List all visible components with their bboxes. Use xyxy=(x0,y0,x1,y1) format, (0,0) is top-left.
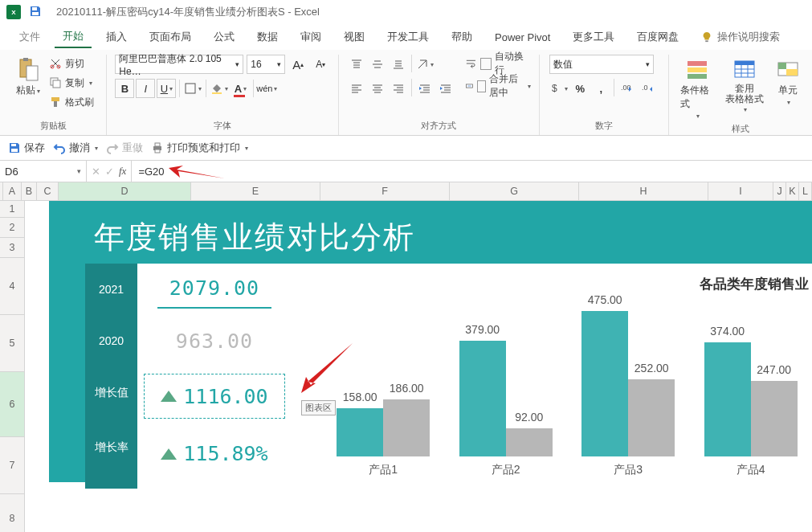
cell-label: 单元 xyxy=(778,84,798,97)
bar-series-b[interactable] xyxy=(506,428,553,456)
align-right-button[interactable] xyxy=(389,79,408,98)
row-header-3[interactable]: 3 xyxy=(0,238,24,258)
tab-view[interactable]: 视图 xyxy=(336,27,373,47)
indent-inc-button[interactable] xyxy=(436,79,455,98)
border-button[interactable] xyxy=(183,79,202,98)
wrap-text-button[interactable]: 自动换行 xyxy=(465,55,530,72)
bar-series-a[interactable] xyxy=(581,311,628,456)
enter-fx-button[interactable]: ✓ xyxy=(105,166,114,178)
col-header-B[interactable]: B xyxy=(22,182,37,200)
up-triangle-icon xyxy=(161,448,177,460)
decrease-font-button[interactable]: A▾ xyxy=(311,55,330,74)
bar-series-a[interactable] xyxy=(459,341,506,456)
cond-format-button[interactable]: 条件格式 xyxy=(677,55,717,121)
percent-button[interactable]: % xyxy=(570,79,590,98)
col-header-K[interactable]: K xyxy=(786,182,799,200)
font-size-combo[interactable]: 16▾ xyxy=(247,55,285,74)
formula-bar[interactable]: =G20 xyxy=(132,161,812,182)
name-box[interactable]: D6 ▾ xyxy=(0,161,87,182)
worksheet[interactable]: 年度销售业绩对比分析 2021 2020 增长值 增长率 2079.00 963… xyxy=(25,201,812,532)
bar-value-a: 374.00 xyxy=(704,325,751,338)
tab-help[interactable]: 帮助 xyxy=(443,27,480,47)
cancel-fx-button[interactable]: ✕ xyxy=(92,166,100,178)
bar-value-b: 252.00 xyxy=(628,362,675,374)
tab-file[interactable]: 文件 xyxy=(11,27,48,47)
tab-data[interactable]: 数据 xyxy=(249,27,286,47)
cell-style-button[interactable]: 单元 xyxy=(772,55,804,108)
row-header-5[interactable]: 5 xyxy=(0,315,24,372)
underline-button[interactable]: U xyxy=(157,79,176,98)
comma-button[interactable]: , xyxy=(591,79,610,98)
increase-font-button[interactable]: A▴ xyxy=(288,55,308,74)
tab-formulas[interactable]: 公式 xyxy=(206,27,243,47)
accounting-button[interactable]: $ xyxy=(549,79,569,98)
number-format-combo[interactable]: 数值▾ xyxy=(549,55,654,74)
bar-series-a[interactable] xyxy=(704,342,751,456)
bar-series-b[interactable] xyxy=(751,381,798,456)
col-header-I[interactable]: I xyxy=(708,182,773,200)
bar-value-b: 92.00 xyxy=(506,411,553,424)
row-header-2[interactable]: 2 xyxy=(0,218,24,238)
align-left-button[interactable] xyxy=(347,79,366,98)
copy-button[interactable]: 复制 xyxy=(49,74,94,92)
col-header-C[interactable]: C xyxy=(37,182,59,200)
redo-button[interactable]: 重做 xyxy=(106,141,143,155)
col-header-D[interactable]: D xyxy=(59,182,191,200)
tab-pivot[interactable]: Power Pivot xyxy=(487,28,558,47)
tab-layout[interactable]: 页面布局 xyxy=(141,27,199,47)
fx-icon[interactable]: fx xyxy=(119,165,126,178)
col-header-F[interactable]: F xyxy=(320,182,450,200)
fill-color-button[interactable] xyxy=(210,79,229,98)
phonetic-button[interactable]: wén xyxy=(257,79,276,98)
tab-baidu[interactable]: 百度网盘 xyxy=(629,27,687,47)
col-header-L[interactable]: L xyxy=(799,182,812,200)
print-preview-button[interactable]: 打印预览和打印 xyxy=(151,141,248,155)
cut-button[interactable]: 剪切 xyxy=(49,55,94,72)
svg-rect-22 xyxy=(735,61,754,65)
save-qat-icon[interactable] xyxy=(29,5,42,20)
align-middle-button[interactable] xyxy=(368,55,387,74)
font-color-button[interactable]: A xyxy=(231,79,250,98)
format-painter-button[interactable]: 格式刷 xyxy=(49,93,94,111)
paste-button[interactable]: 粘贴 xyxy=(12,55,44,99)
inc-decimal-button[interactable]: .00 xyxy=(618,79,637,98)
tab-home[interactable]: 开始 xyxy=(55,26,92,48)
table-label: 套用 表格格式 xyxy=(725,84,764,104)
tab-more[interactable]: 更多工具 xyxy=(565,27,622,47)
row-header-1[interactable]: 1 xyxy=(0,201,24,218)
save-button[interactable]: 保存 xyxy=(8,141,45,155)
tab-dev[interactable]: 开发工具 xyxy=(379,27,437,47)
row-header-8[interactable]: 8 xyxy=(0,494,24,532)
bar-series-b[interactable] xyxy=(383,399,430,456)
italic-button[interactable]: I xyxy=(136,79,155,98)
row-header-4[interactable]: 4 xyxy=(0,258,24,315)
col-header-E[interactable]: E xyxy=(191,182,320,200)
bold-button[interactable]: B xyxy=(115,79,134,98)
col-header-G[interactable]: G xyxy=(450,182,579,200)
col-header-A[interactable]: A xyxy=(3,182,22,200)
align-top-button[interactable] xyxy=(347,55,366,74)
row-header-6[interactable]: 6 xyxy=(0,372,24,437)
tab-review[interactable]: 审阅 xyxy=(292,27,329,47)
print-label: 打印预览和打印 xyxy=(167,141,240,155)
dec-decimal-button[interactable]: .0 xyxy=(639,79,658,98)
bar-series-b[interactable] xyxy=(628,379,675,456)
undo-button[interactable]: 撤消 xyxy=(53,141,98,155)
chart-area[interactable]: 各品类年度销售业 图表区 158.00186.00产品1379.0092.00产… xyxy=(290,264,812,489)
row-header-7[interactable]: 7 xyxy=(0,437,24,494)
orientation-button[interactable] xyxy=(415,55,435,74)
svg-rect-26 xyxy=(11,144,16,146)
align-center-button[interactable] xyxy=(368,79,387,98)
table-format-button[interactable]: 套用 表格格式 xyxy=(722,55,767,115)
col-header-J[interactable]: J xyxy=(773,182,786,200)
align-bottom-button[interactable] xyxy=(389,55,408,74)
bar-series-a[interactable] xyxy=(337,408,383,456)
col-header-H[interactable]: H xyxy=(579,182,708,200)
tab-insert[interactable]: 插入 xyxy=(98,27,135,47)
selected-cell-d6[interactable]: 1116.00 xyxy=(144,374,285,419)
font-name-combo[interactable]: 阿里巴巴普惠体 2.0 105 He…▾ xyxy=(115,55,243,74)
tell-me[interactable]: 操作说明搜索 xyxy=(701,30,780,44)
merge-center-button[interactable]: 合并后居中 xyxy=(465,77,530,95)
name-box-dropdown-icon[interactable]: ▾ xyxy=(77,167,81,175)
indent-dec-button[interactable] xyxy=(415,79,435,98)
